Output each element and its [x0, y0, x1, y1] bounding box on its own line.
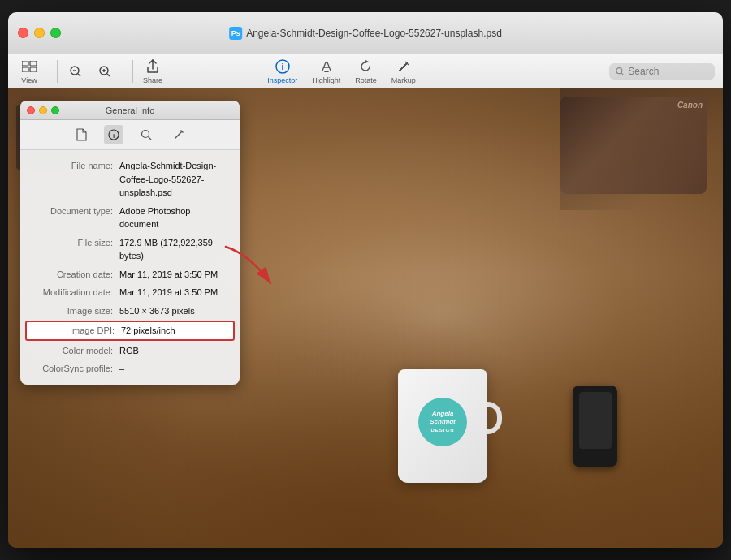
info-label-dpi: Image DPI:	[32, 324, 121, 338]
info-value-colormodel: RGB	[119, 344, 230, 358]
svg-text:i: i	[281, 62, 283, 71]
close-button[interactable]	[18, 28, 28, 38]
share-icon	[145, 58, 161, 75]
zoom-group	[63, 62, 118, 81]
markup-button[interactable]: Markup	[385, 57, 422, 86]
info-label-colormodel: Color model:	[30, 344, 119, 358]
info-value-dpi: 72 pixels/inch	[121, 324, 228, 338]
share-button[interactable]: Share	[138, 57, 167, 86]
info-minimize-button[interactable]	[39, 106, 47, 114]
svg-point-15	[616, 67, 622, 73]
arrow-annotation	[210, 239, 283, 295]
toolbar-right	[609, 63, 715, 80]
phone-element	[573, 386, 617, 467]
search-box[interactable]	[609, 63, 715, 80]
svg-rect-2	[22, 67, 28, 72]
highlight-label: Highlight	[312, 76, 340, 84]
info-value-filename: Angela-Schmidt-Design-Coffee-Logo-552627…	[119, 159, 230, 200]
svg-line-20	[149, 137, 152, 140]
svg-rect-3	[30, 67, 37, 72]
inspector-label: Inspector	[267, 76, 297, 84]
highlight-icon	[318, 58, 335, 75]
title-bar-center: Ps Angela-Schmidt-Design-Coffee-Logo-552…	[229, 27, 502, 40]
info-panel-title: General Info	[106, 106, 155, 115]
info-row-filename: File name: Angela-Schmidt-Design-Coffee-…	[20, 157, 240, 202]
info-tab-file[interactable]	[71, 125, 91, 144]
info-row-colorsync: ColorSync profile: –	[20, 360, 240, 378]
search-input[interactable]	[628, 66, 708, 77]
info-row-creation: Creation date: Mar 11, 2019 at 3:50 PM	[20, 265, 240, 284]
info-label-imagesize: Image size:	[30, 304, 119, 318]
highlight-button[interactable]: Highlight	[305, 57, 347, 86]
info-row-imagesize: Image size: 5510 × 3673 pixels	[20, 302, 240, 321]
info-label-filesize: File size:	[30, 236, 119, 263]
view-icon	[21, 58, 37, 75]
svg-line-10	[107, 74, 110, 76]
mug-logo: Angela Schmidt DESIGN	[418, 398, 467, 446]
info-row-modification: Modification date: Mar 11, 2019 at 3:50 …	[20, 283, 240, 302]
info-row-doctype: Document type: Adobe Photoshop document	[20, 202, 240, 234]
info-label-colorsync: ColorSync profile:	[30, 362, 119, 376]
info-value-colorsync: –	[119, 362, 230, 376]
camera-element	[560, 97, 707, 194]
ps-icon: Ps	[229, 27, 242, 40]
info-tab-edit[interactable]	[169, 125, 188, 144]
info-tab-search[interactable]	[136, 125, 156, 144]
info-panel-titlebar: General Info	[20, 101, 240, 120]
zoom-out-button[interactable]	[63, 62, 89, 81]
toolbar-sep-2	[132, 60, 133, 83]
info-zoom-button[interactable]	[51, 106, 59, 114]
mac-window: Ps Angela-Schmidt-Design-Coffee-Logo-552…	[8, 12, 723, 548]
info-value-doctype: Adobe Photoshop document	[119, 205, 230, 231]
info-panel-tabs: i	[20, 120, 240, 150]
info-label-doctype: Document type:	[30, 205, 119, 231]
title-bar: Ps Angela-Schmidt-Design-Coffee-Logo-552…	[8, 12, 723, 54]
info-tab-info[interactable]: i	[104, 125, 123, 144]
svg-rect-1	[30, 61, 37, 66]
markup-icon	[396, 58, 412, 75]
toolbar-center: i Inspector Highlight	[261, 57, 422, 86]
view-button[interactable]: View	[16, 57, 42, 86]
view-label: View	[21, 76, 37, 84]
info-row-dpi: Image DPI: 72 pixels/inch	[25, 321, 235, 341]
inspector-button[interactable]: i Inspector	[261, 57, 304, 86]
share-label: Share	[143, 76, 162, 84]
info-label-modification: Modification date:	[30, 286, 119, 299]
rotate-button[interactable]: Rotate	[348, 57, 383, 86]
traffic-lights	[18, 28, 61, 38]
svg-line-6	[78, 74, 80, 76]
info-panel-traffic-lights	[27, 106, 59, 114]
inspector-icon: i	[275, 58, 291, 75]
info-content: File name: Angela-Schmidt-Design-Coffee-…	[20, 150, 240, 385]
markup-label: Markup	[391, 76, 416, 84]
canon-text: Canon	[677, 101, 703, 110]
info-value-imagesize: 5510 × 3673 pixels	[119, 304, 230, 318]
info-label-creation: Creation date:	[30, 268, 119, 282]
info-panel: General Info i	[20, 101, 240, 385]
toolbar-sep-1	[57, 60, 58, 83]
info-close-button[interactable]	[27, 106, 35, 114]
svg-rect-0	[22, 61, 28, 66]
zoom-in-icon	[97, 63, 113, 80]
svg-line-16	[621, 72, 624, 75]
info-row-filesize: File size: 172.9 MB (172,922,359 bytes)	[20, 234, 240, 265]
info-label-filename: File name:	[30, 159, 119, 200]
phone-screen	[579, 392, 612, 449]
fullscreen-button[interactable]	[50, 28, 61, 38]
rotate-icon	[357, 58, 374, 75]
content-area: Canon Angela Schmidt DESIGN	[8, 88, 723, 548]
toolbar-left-group: View	[16, 57, 42, 86]
mug-element: Angela Schmidt DESIGN	[390, 369, 495, 499]
toolbar: View	[8, 54, 723, 88]
rotate-label: Rotate	[355, 76, 377, 84]
minimize-button[interactable]	[34, 28, 45, 38]
zoom-in-button[interactable]	[92, 62, 118, 81]
svg-point-19	[142, 131, 149, 138]
search-icon	[616, 67, 624, 76]
window-title: Angela-Schmidt-Design-Coffee-Logo-552627…	[246, 28, 502, 39]
info-row-colormodel: Color model: RGB	[20, 342, 240, 360]
svg-text:i: i	[113, 132, 115, 140]
zoom-out-icon	[67, 63, 84, 80]
